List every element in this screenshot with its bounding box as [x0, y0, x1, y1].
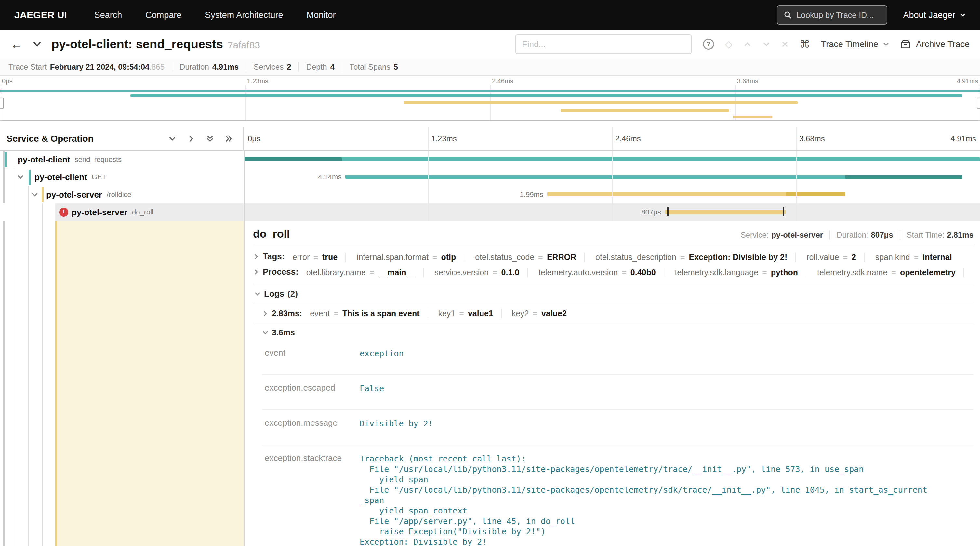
- log-entry-collapsed: 2.83ms: event=This is a span event key1=…: [253, 303, 974, 323]
- collapse-header-chevron-down-icon[interactable]: [32, 39, 42, 49]
- operation-name: do_roll: [132, 208, 153, 216]
- nav-item[interactable]: Monitor: [306, 10, 336, 20]
- chevron-right-icon: [253, 254, 263, 260]
- minimap-canvas[interactable]: [0, 85, 980, 120]
- tick-label: 4.91ms: [950, 134, 976, 143]
- nav-right: About Jaeger: [777, 5, 966, 25]
- column-resizer[interactable]: [244, 151, 245, 546]
- span-row-selected[interactable]: ! py-otel-server do_roll 807μs: [0, 203, 980, 221]
- trace-lookup-input[interactable]: [796, 10, 880, 20]
- error-icon: !: [59, 208, 68, 217]
- page-title: py-otel-client: send_requests7afaf83: [51, 37, 260, 51]
- span-tree-node[interactable]: py-otel-server /rolldice: [0, 186, 244, 203]
- service-color-accent: [41, 187, 44, 202]
- tags-chips: error=true internal.span.format=otlp ote…: [292, 251, 974, 263]
- tick-label: 0μs: [248, 134, 261, 143]
- summary-item: Trace StartFebruary 21 2024, 09:54:04.86…: [1, 62, 172, 71]
- log-entry-header[interactable]: 3.6ms: [262, 328, 974, 337]
- trace-header-toolbar: ? ◇ ⌘ Trace Timeline Archive Trace: [515, 35, 970, 54]
- log-fields-table: event exception exception.escaped False …: [262, 340, 974, 546]
- span-tree-node[interactable]: py-otel-client GET: [0, 168, 244, 186]
- next-result-chevron-down-icon[interactable]: [762, 40, 770, 48]
- prev-result-chevron-up-icon[interactable]: [744, 40, 751, 48]
- collapse-chevron-down-icon[interactable]: [31, 191, 38, 198]
- span-bar-cell[interactable]: 1.99ms: [244, 186, 980, 203]
- span-detail-panel: do_roll Service:py-otel-server Duration:…: [253, 227, 974, 546]
- tick-label: 1.23ms: [247, 77, 269, 85]
- span-tree-node[interactable]: ! py-otel-server do_roll: [0, 203, 244, 221]
- trace-lookup[interactable]: [777, 5, 887, 25]
- trace-id-short: 7afaf83: [228, 40, 260, 50]
- span-bar-cell[interactable]: 807μs: [244, 203, 980, 221]
- span-bar-cell[interactable]: 4.14ms: [244, 168, 980, 186]
- find-input[interactable]: [515, 35, 692, 54]
- collapse-all-double-chevron-down-icon[interactable]: [206, 135, 214, 143]
- nav-item[interactable]: Compare: [145, 10, 181, 20]
- log-timestamp: 3.6ms: [272, 328, 295, 337]
- span-bar[interactable]: [665, 210, 786, 214]
- span-row[interactable]: py-otel-server /rolldice 1.99ms: [0, 186, 980, 203]
- collapse-one-chevron-down-icon[interactable]: [169, 135, 176, 143]
- keyboard-shortcuts-icon[interactable]: ⌘: [800, 38, 810, 50]
- span-row[interactable]: py-otel-client send_requests: [0, 151, 980, 168]
- chevron-down-icon: [254, 291, 264, 297]
- selected-span-indent-column: [55, 221, 244, 546]
- span-rows: py-otel-client send_requests py-otel-cli…: [0, 151, 980, 221]
- process-chip: telemetry.sdk.language=python: [675, 268, 807, 277]
- summary-item: Total Spans5: [342, 62, 405, 71]
- gridline: [428, 127, 428, 150]
- span-detail-meta: Service:py-otel-server Duration:807μs St…: [734, 230, 974, 240]
- tick-label: 1.23ms: [431, 134, 457, 143]
- log-marker-tick: [783, 207, 784, 216]
- chevron-right-icon: [262, 310, 272, 317]
- focus-diamond-icon[interactable]: ◇: [725, 39, 733, 49]
- tags-row[interactable]: Tags: error=true internal.span.format=ot…: [253, 251, 974, 263]
- span-row[interactable]: py-otel-client GET 4.14ms: [0, 168, 980, 186]
- trace-view-dropdown[interactable]: Trace Timeline: [821, 39, 889, 49]
- tag-chip: roll.value=2: [807, 252, 865, 262]
- tags-label: Tags:: [263, 252, 285, 262]
- gridline: [612, 127, 612, 150]
- help-icon[interactable]: ?: [703, 39, 714, 50]
- tick-label: 0μs: [2, 77, 13, 85]
- expand-one-chevron-right-icon[interactable]: [187, 135, 195, 143]
- span-tree-node[interactable]: py-otel-client send_requests: [0, 151, 244, 168]
- log-marker-tick: [667, 207, 668, 216]
- trace-minimap[interactable]: 0μs 1.23ms 2.46ms 3.68ms 4.91ms: [0, 76, 980, 121]
- minimap-span-bar: [733, 116, 772, 118]
- service-operation-header: Service & Operation: [6, 133, 169, 144]
- indent-guide: [14, 168, 14, 546]
- process-chip: telemetry.auto.version=0.40b0: [538, 268, 664, 277]
- span-duration-label: 807μs: [641, 208, 661, 216]
- logs-header[interactable]: Logs (2): [253, 284, 974, 303]
- nav-item[interactable]: System Architecture: [205, 10, 283, 20]
- trace-summary-bar: Trace StartFebruary 21 2024, 09:54:04.86…: [0, 59, 980, 76]
- tree-collapse-controls: [169, 135, 233, 143]
- log-entry-header[interactable]: 2.83ms: event=This is a span event key1=…: [262, 309, 974, 318]
- nav-item[interactable]: Search: [94, 10, 122, 20]
- app-logo[interactable]: JAEGER UI: [14, 10, 67, 21]
- service-name: py-otel-client: [18, 155, 70, 165]
- clear-search-close-icon[interactable]: [781, 41, 789, 48]
- about-jaeger-menu[interactable]: About Jaeger: [903, 10, 966, 20]
- collapse-chevron-down-icon[interactable]: [17, 173, 24, 181]
- meta-item: Start Time:2.81ms: [900, 230, 974, 240]
- chevron-down-icon: [960, 12, 966, 18]
- operation-name: /rolldice: [107, 190, 131, 199]
- trace-header: ← py-otel-client: send_requests7afaf83 ?…: [0, 30, 980, 59]
- chevron-right-icon: [253, 269, 263, 275]
- log-field-row: event exception: [262, 340, 974, 375]
- span-duration-label: 4.14ms: [318, 173, 341, 181]
- field-key: exception.escaped: [262, 375, 360, 410]
- back-button[interactable]: ←: [10, 37, 23, 51]
- expand-all-double-chevron-right-icon[interactable]: [225, 135, 233, 143]
- span-duration-label: 1.99ms: [520, 190, 543, 199]
- field-value: exception: [360, 340, 974, 375]
- span-bar-cell[interactable]: [244, 151, 980, 168]
- operation-name: GET: [92, 173, 106, 181]
- nav-menu: SearchCompareSystem ArchitectureMonitor: [94, 10, 336, 20]
- process-row[interactable]: Process: otel.library.name=__main__ serv…: [253, 266, 974, 278]
- span-detail-title: do_roll: [253, 227, 290, 240]
- span-bar[interactable]: [244, 157, 980, 161]
- archive-trace-button[interactable]: Archive Trace: [900, 39, 970, 49]
